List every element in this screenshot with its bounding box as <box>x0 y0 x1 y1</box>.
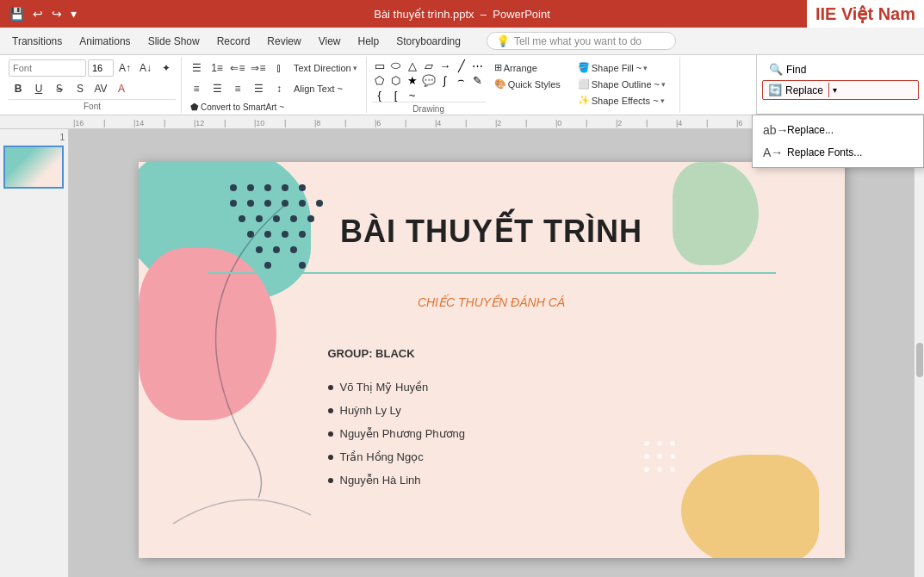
shape-arrow-right[interactable]: → <box>437 59 453 72</box>
customize-icon[interactable]: ▾ <box>68 5 79 22</box>
shape-arc[interactable]: ⌢ <box>454 73 469 87</box>
svg-point-52 <box>670 441 675 446</box>
shape-brace[interactable]: { <box>372 88 388 102</box>
slide-bullets: Võ Thị Mỹ Huyền Huỳnh Ly Ly Nguyễn Phươn… <box>328 375 466 492</box>
save-icon[interactable]: 💾 <box>7 5 27 22</box>
scroll-thumb[interactable] <box>916 343 923 377</box>
paragraph-group: ☰ 1≡ ⇐≡ ⇒≡ ⫿ Text Direction ▾ ≡ ☰ ≡ ☰ ↕ … <box>182 57 367 113</box>
tab-animations[interactable]: Animations <box>71 32 139 51</box>
align-right-icon[interactable]: ≡ <box>228 79 247 98</box>
shape-ellipse[interactable]: ⬭ <box>388 59 404 72</box>
shape-rectangle[interactable]: ▭ <box>372 59 388 72</box>
svg-text:|6: |6 <box>736 119 742 127</box>
shape-hex[interactable]: ⬡ <box>388 73 404 87</box>
char-spacing-icon[interactable]: AV <box>91 79 110 98</box>
slide-canvas: BÀI THUYẾT TRÌNH CHIẾC THUYỀN ĐÁNH CÁ GR… <box>139 162 845 558</box>
title-separator <box>208 272 776 274</box>
align-text-btn[interactable]: Align Text ~ <box>290 82 346 96</box>
increase-indent-icon[interactable]: ⇒≡ <box>249 59 268 78</box>
svg-point-25 <box>230 184 237 191</box>
slide-subtitle[interactable]: CHIẾC THUYỀN ĐÁNH CÁ <box>139 295 845 309</box>
font-group: A↑ A↓ ✦ B U S̶ S AV A Font <box>3 57 182 113</box>
shape-bracket[interactable]: [ <box>388 88 404 102</box>
shape-wave[interactable]: ~ <box>405 88 420 102</box>
columns-icon[interactable]: ⫿ <box>270 59 288 78</box>
bold-icon[interactable]: B <box>9 79 28 98</box>
quick-styles-btn[interactable]: 🎨 Quick Styles <box>491 77 564 91</box>
bullet-item-5[interactable]: Nguyễn Hà Linh <box>328 468 466 492</box>
svg-text:|16: |16 <box>73 119 84 127</box>
line-spacing-icon[interactable]: ↕ <box>270 79 288 98</box>
bullet-item-1[interactable]: Võ Thị Mỹ Huyền <box>328 375 466 399</box>
tab-review[interactable]: Review <box>258 32 309 51</box>
svg-point-54 <box>657 454 662 459</box>
shape-rect2[interactable]: ▱ <box>421 59 437 72</box>
bullet-item-2[interactable]: Huỳnh Ly Ly <box>328 399 466 422</box>
text-direction-arrow: ▾ <box>353 64 357 72</box>
shadow-icon[interactable]: S <box>71 79 90 98</box>
slide-thumbnail-1[interactable] <box>3 146 64 189</box>
replace-main-btn[interactable]: 🔄 Replace <box>763 81 828 99</box>
shape-freeform[interactable]: ✎ <box>470 73 486 87</box>
font-name-input[interactable] <box>9 59 86 77</box>
tab-transitions[interactable]: Transitions <box>3 32 71 51</box>
align-left-icon[interactable]: ≡ <box>187 79 206 98</box>
replace-fonts-option[interactable]: A→ Replace Fonts... <box>753 141 923 164</box>
shape-triangle[interactable]: △ <box>405 59 420 72</box>
increase-font-icon[interactable]: A↑ <box>115 59 134 78</box>
convert-smartart-btn[interactable]: ⬟ Convert to SmartArt ~ <box>187 100 288 115</box>
align-center-icon[interactable]: ☰ <box>208 79 226 98</box>
find-button[interactable]: 🔍 Find <box>762 60 919 78</box>
tab-record[interactable]: Record <box>208 32 259 51</box>
replace-font-icon: A→ <box>763 146 780 159</box>
tab-view[interactable]: View <box>310 32 350 51</box>
shape-line[interactable]: ╱ <box>454 59 469 72</box>
decrease-indent-icon[interactable]: ⇐≡ <box>228 59 247 78</box>
arrange-btn[interactable]: ⊞ Arrange <box>491 60 564 75</box>
text-direction-btn[interactable]: Text Direction ▾ <box>290 61 361 75</box>
shape-effects-btn[interactable]: ✨ Shape Effects ~ ▾ <box>574 93 669 108</box>
lightbulb-icon: 💡 <box>496 34 510 47</box>
svg-text:|4: |4 <box>435 119 441 127</box>
bullet-list-icon[interactable]: ☰ <box>187 59 206 78</box>
svg-text:|2: |2 <box>616 119 622 127</box>
svg-text:|: | <box>103 119 105 127</box>
svg-point-53 <box>644 454 649 459</box>
shape-curve[interactable]: ∫ <box>437 73 453 87</box>
font-color-icon[interactable]: A <box>112 79 131 98</box>
shapes-grid: ▭ ⬭ △ ▱ → ╱ ⋯ ⬠ ⬡ ★ 💬 ∫ ⌢ ✎ { [ ~ <box>372 59 486 102</box>
svg-point-57 <box>657 467 662 472</box>
replace-dropdown-arrow[interactable]: ▾ <box>828 83 840 97</box>
svg-text:|: | <box>224 119 226 127</box>
replace-option[interactable]: ab→ Replace... <box>753 119 923 141</box>
shape-fill-btn[interactable]: 🪣 Shape Fill ~ ▾ <box>574 60 669 75</box>
bullet-item-3[interactable]: Nguyễn Phương Phương <box>328 422 466 445</box>
font-size-input[interactable] <box>88 59 114 77</box>
number-list-icon[interactable]: 1≡ <box>208 59 226 78</box>
decrease-font-icon[interactable]: A↓ <box>136 59 155 78</box>
slide-group-label[interactable]: GROUP: BLACK <box>328 347 415 360</box>
clear-format-icon[interactable]: ✦ <box>157 59 176 78</box>
shape-star[interactable]: ★ <box>405 73 420 87</box>
tab-help[interactable]: Help <box>350 32 388 51</box>
replace-dropdown-menu: ab→ Replace... A→ Replace Fonts... <box>752 115 924 168</box>
shape-more[interactable]: ⋯ <box>470 59 486 72</box>
slide-title[interactable]: BÀI THUYẾT TRÌNH <box>139 214 845 250</box>
search-field[interactable]: 💡 Tell me what you want to do <box>487 32 676 50</box>
svg-text:|12: |12 <box>194 119 204 127</box>
tab-slide-show[interactable]: Slide Show <box>140 32 208 51</box>
shape-pentagon[interactable]: ⬠ <box>372 73 388 87</box>
underline-icon[interactable]: U <box>29 79 48 98</box>
tab-storyboarding[interactable]: Storyboarding <box>388 32 469 51</box>
undo-icon[interactable]: ↩ <box>30 5 46 22</box>
strikethrough-icon[interactable]: S̶ <box>50 79 69 98</box>
bullet-item-4[interactable]: Trần Hồng Ngọc <box>328 445 466 468</box>
drawing-group-label: Drawing <box>372 102 486 114</box>
justify-icon[interactable]: ☰ <box>249 79 268 98</box>
shape-callout[interactable]: 💬 <box>421 73 437 87</box>
vertical-scrollbar[interactable]: ▲ ▼ <box>914 129 924 577</box>
replace-button-container[interactable]: 🔄 Replace ▾ <box>762 80 919 100</box>
canvas-area[interactable]: BÀI THUYẾT TRÌNH CHIẾC THUYỀN ĐÁNH CÁ GR… <box>69 129 914 577</box>
redo-icon[interactable]: ↪ <box>49 5 65 22</box>
shape-outline-btn[interactable]: ⬜ Shape Outline ~ ▾ <box>574 77 669 91</box>
